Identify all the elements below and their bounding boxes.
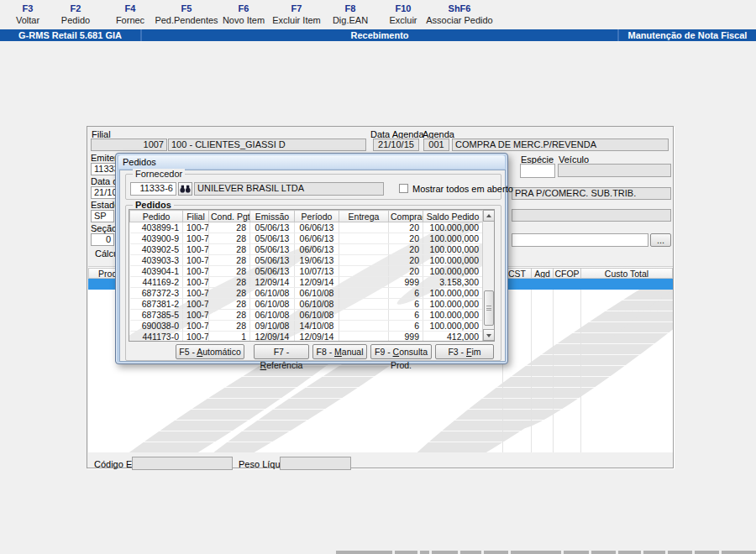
- pedidos-column-header[interactable]: Comprador: [389, 211, 423, 222]
- toolbar-item-novo-item[interactable]: F6Novo Item: [223, 3, 265, 26]
- pedidos-row[interactable]: 403904-1100-72805/06/1310/07/1320100.000…: [130, 266, 483, 277]
- pedidos-row[interactable]: 403903-3100-72805/06/1319/06/1320100.000…: [130, 255, 483, 266]
- pedidos-table: PedidoFilialCond. Pgto.EmissãoPeríodoEnt…: [129, 210, 483, 342]
- natureza-field[interactable]: PRA P/COMERC. SUB.TRIB.: [512, 187, 671, 200]
- especie-field[interactable]: [520, 164, 555, 178]
- toolbar-item-excluir[interactable]: F10Excluir: [389, 3, 417, 26]
- products-col-cfop[interactable]: CFOP: [553, 268, 581, 279]
- agenda-desc-field[interactable]: COMPRA DE MERC.P/REVENDA: [452, 138, 669, 151]
- pedidos-cell: 05/06/13: [250, 255, 295, 266]
- binoculars-icon: [180, 185, 191, 193]
- vertical-scrollbar[interactable]: [482, 210, 494, 341]
- taskbar-segment[interactable]: [432, 551, 458, 554]
- toolbar-item-voltar[interactable]: F3Voltar: [16, 3, 39, 26]
- products-col-agd[interactable]: Agd: [531, 268, 554, 279]
- agenda-code-field[interactable]: 001: [423, 138, 449, 151]
- pedidos-row[interactable]: 687385-5100-72806/10/0806/10/086100.000,…: [130, 310, 483, 321]
- taskbar-segment[interactable]: [460, 551, 481, 554]
- codigo-ean-field[interactable]: [132, 457, 233, 470]
- pedidos-cell: [339, 288, 389, 299]
- consulta-prod-button[interactable]: F9 - Consulta Prod.: [370, 344, 432, 359]
- pedidos-cell: 6: [389, 321, 423, 332]
- show-all-checkbox-label[interactable]: Mostrar todos em aberto: [412, 184, 513, 194]
- browse-button[interactable]: ...: [650, 233, 671, 247]
- pedidos-column-header[interactable]: Período: [295, 211, 339, 222]
- pedidos-row[interactable]: 690038-0100-72809/10/0814/10/086100.000,…: [130, 321, 483, 332]
- scroll-down-button[interactable]: [483, 329, 495, 341]
- taskbar-segment[interactable]: [618, 551, 641, 554]
- pedidos-cell: 100-7: [183, 310, 209, 321]
- automatico-button[interactable]: F5 - Automático: [176, 344, 244, 359]
- pedidos-column-header[interactable]: Cond. Pgto.: [209, 211, 250, 222]
- pedidos-cell: 100-7: [183, 277, 209, 288]
- pedidos-column-header[interactable]: Emissão: [250, 211, 295, 222]
- pedidos-cell: 06/10/08: [250, 299, 295, 310]
- dialog-titlebar[interactable]: Pedidos: [118, 155, 505, 169]
- pedidos-cell: 403899-1: [130, 222, 183, 233]
- scrollbar-thumb[interactable]: [484, 290, 494, 326]
- taskbar-segment[interactable]: [668, 551, 692, 554]
- taskbar-segment[interactable]: [395, 551, 417, 554]
- pedidos-column-header[interactable]: Saldo Pedido: [423, 211, 483, 222]
- peso-liquido-field[interactable]: [280, 457, 351, 470]
- data-agenda-field[interactable]: 21/10/15: [373, 138, 419, 151]
- pedidos-cell: 1: [209, 332, 250, 342]
- pedidos-row[interactable]: 403899-1100-72805/06/1306/06/1320100.000…: [130, 222, 483, 233]
- pedidos-column-header[interactable]: Pedido: [130, 211, 183, 222]
- pedidos-row[interactable]: 687381-2100-72806/10/0806/10/086100.000,…: [130, 299, 483, 310]
- pedidos-cell: 6: [389, 288, 423, 299]
- secao-field[interactable]: 0: [91, 233, 114, 246]
- fim-button[interactable]: F3 - Fim: [435, 344, 494, 359]
- taskbar-segment[interactable]: [484, 551, 508, 554]
- toolbar-item-associar-pedido[interactable]: ShF6Associar Pedido: [426, 3, 493, 26]
- toolbar-item-dig-ean[interactable]: F8Dig.EAN: [333, 3, 368, 26]
- pedidos-row[interactable]: 403900-9100-72805/06/1306/06/1320100.000…: [130, 233, 483, 244]
- pedidos-row[interactable]: 441173-0100-7112/09/1412/09/14999412,000: [130, 332, 483, 342]
- taskbar-segment[interactable]: [695, 551, 719, 554]
- pedidos-cell: 100.000,000: [423, 288, 483, 299]
- pedidos-cell: 20: [389, 255, 423, 266]
- manual-button[interactable]: F8 - Manual: [312, 344, 367, 359]
- veiculo-field[interactable]: [558, 164, 671, 177]
- pedidos-cell: 05/06/13: [250, 244, 295, 255]
- secao-label: Seção: [91, 223, 117, 233]
- taskbar-segment[interactable]: [564, 551, 589, 554]
- pedidos-cell: 10/07/13: [295, 266, 339, 277]
- fornecedor-name-field[interactable]: UNILEVER BRASIL LTDA: [194, 182, 384, 196]
- pedidos-cell: 20: [389, 222, 423, 233]
- toolbar-item-excluir-item[interactable]: F7Excluir Item: [272, 3, 320, 26]
- hotkey-label: F6: [223, 3, 265, 14]
- filial-code-field[interactable]: 1007: [91, 138, 167, 151]
- pedidos-cell: 3.158,300: [423, 277, 483, 288]
- pedidos-row[interactable]: 403902-5100-72805/06/1306/06/1320100.000…: [130, 244, 483, 255]
- pedidos-row[interactable]: 441169-2100-72812/09/1412/09/149993.158,…: [130, 277, 483, 288]
- taskbar-segment[interactable]: [591, 551, 616, 554]
- pedidos-row[interactable]: 687372-3100-72806/10/0806/10/086100.000,…: [130, 288, 483, 299]
- pedidos-cell: 28: [209, 233, 250, 244]
- taskbar-segment[interactable]: [643, 551, 665, 554]
- toolbar-item-fornec[interactable]: F4Fornec: [116, 3, 144, 26]
- filial-name-field[interactable]: 100 - CLIENTES_GIASSI D: [168, 138, 366, 151]
- taskbar-segment[interactable]: [722, 551, 756, 554]
- pedidos-cell: 100.000,000: [423, 222, 483, 233]
- pedidos-column-header[interactable]: Filial: [183, 211, 209, 222]
- estado-field[interactable]: SP: [91, 210, 114, 222]
- obs-field[interactable]: [512, 233, 648, 247]
- products-col-custo-total[interactable]: Custo Total: [580, 268, 673, 279]
- toolbar-item-pedido[interactable]: F2Pedido: [61, 3, 90, 26]
- taskbar-segment[interactable]: [420, 551, 429, 554]
- pedidos-cell: 441173-0: [130, 332, 183, 342]
- taskbar-segment[interactable]: [511, 551, 561, 554]
- fornecedor-search-button[interactable]: [178, 182, 192, 196]
- right-info-field[interactable]: [512, 209, 671, 222]
- arrow-down-icon: [486, 334, 491, 337]
- scroll-up-button[interactable]: [483, 210, 495, 222]
- action-label: Associar Pedido: [426, 14, 493, 26]
- show-all-checkbox[interactable]: [399, 184, 408, 193]
- fornecedor-code-field[interactable]: 11333-6: [130, 182, 176, 196]
- pedidos-column-header[interactable]: Entrega: [339, 211, 389, 222]
- toolbar-item-ped-pendentes[interactable]: F5Ped.Pendentes: [155, 3, 218, 26]
- hotkey-label: F3: [16, 3, 39, 14]
- taskbar-segment[interactable]: [336, 551, 392, 554]
- referencia-button[interactable]: F7 - Referência: [254, 344, 309, 359]
